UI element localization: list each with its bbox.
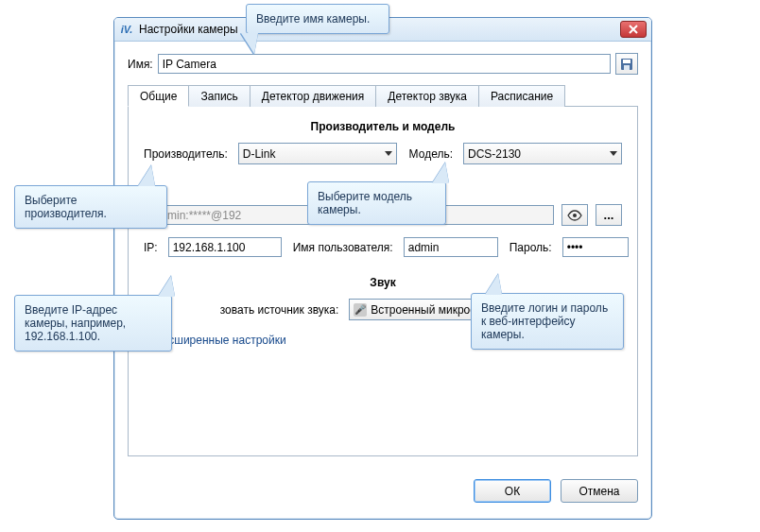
manufacturer-label: Производитель: xyxy=(144,147,228,161)
tab-schedule[interactable]: Расписание xyxy=(478,85,565,107)
password-input[interactable] xyxy=(562,237,629,257)
close-button[interactable] xyxy=(620,21,647,38)
tab-general[interactable]: Общие xyxy=(128,85,189,107)
password-label: Пароль: xyxy=(510,241,552,254)
manufacturer-combo[interactable]: D-Link xyxy=(238,143,397,164)
chevron-down-icon xyxy=(385,151,392,156)
dialog-button-bar: ОК Отмена xyxy=(114,470,651,512)
show-password-button[interactable] xyxy=(561,204,588,226)
name-label: Имя: xyxy=(128,58,153,71)
user-label: Имя пользователя: xyxy=(293,241,393,254)
name-row: Имя: xyxy=(128,53,638,75)
camera-name-input[interactable] xyxy=(158,54,611,74)
row-ip-auth: IP: Имя пользователя: Пароль: xyxy=(144,237,622,257)
tab-record[interactable]: Запись xyxy=(188,85,250,107)
user-input[interactable] xyxy=(404,237,498,257)
close-icon xyxy=(629,25,638,34)
ip-label: IP: xyxy=(144,241,158,254)
callout-tail-icon xyxy=(138,165,155,186)
advanced-settings-label: Расширенные настройки xyxy=(155,334,286,347)
svg-rect-2 xyxy=(624,65,630,70)
tab-panel-general: Производитель и модель Производитель: D-… xyxy=(128,107,638,456)
callout-ip: Введите IP-адрес камеры, например, 192.1… xyxy=(14,295,172,352)
more-button[interactable]: ... xyxy=(596,204,622,226)
callout-tail-icon xyxy=(158,276,175,297)
save-icon-button[interactable] xyxy=(615,53,638,75)
ip-input[interactable] xyxy=(168,237,282,257)
row-manuf-model: Производитель: D-Link Модель: DCS-2130 xyxy=(144,143,622,164)
callout-manufacturer-text: Выберите производителя. xyxy=(25,194,107,220)
svg-point-3 xyxy=(573,214,577,217)
microphone-icon: 🎤 xyxy=(354,303,367,317)
eye-icon xyxy=(567,210,582,221)
ok-button[interactable]: ОК xyxy=(474,479,551,503)
callout-login: Введите логин и пароль к веб-интерфейсу … xyxy=(471,293,624,350)
callout-ip-text: Введите IP-адрес камеры, например, 192.1… xyxy=(25,303,126,343)
callout-tail-icon xyxy=(485,274,502,295)
model-label: Модель: xyxy=(409,147,453,161)
tab-motion[interactable]: Детектор движения xyxy=(250,85,376,107)
chevron-down-icon xyxy=(610,151,617,156)
callout-tail-icon xyxy=(432,163,449,183)
cancel-button[interactable]: Отмена xyxy=(561,479,638,503)
callout-login-text: Введите логин и пароль к веб-интерфейсу … xyxy=(481,301,608,341)
tab-sound-detect[interactable]: Детектор звука xyxy=(375,85,479,107)
svg-rect-1 xyxy=(623,60,630,63)
callout-model-text: Выберите модель камеры. xyxy=(318,190,412,216)
section-make-model: Производитель и модель xyxy=(144,120,622,133)
model-value: DCS-2130 xyxy=(468,147,521,161)
callout-model: Выберите модель камеры. xyxy=(307,181,446,225)
sound-source-label: зовать источник звука: xyxy=(220,303,339,317)
floppy-icon xyxy=(620,58,633,71)
section-sound: Звук xyxy=(144,276,622,289)
manufacturer-value: D-Link xyxy=(243,147,276,161)
app-icon: iV. xyxy=(119,22,134,37)
callout-name-text: Введите имя камеры. xyxy=(256,12,370,26)
content-area: Имя: Общие Запись Детектор движения Дете… xyxy=(114,42,651,470)
model-combo[interactable]: DCS-2130 xyxy=(463,143,622,164)
callout-name: Введите имя камеры. xyxy=(246,4,389,34)
tabstrip: Общие Запись Детектор движения Детектор … xyxy=(128,84,638,107)
callout-manufacturer: Выберите производителя. xyxy=(14,185,167,229)
camera-settings-window: iV. Настройки камеры Имя: Общие Запись Д… xyxy=(113,17,652,520)
callout-tail-icon xyxy=(241,33,258,54)
